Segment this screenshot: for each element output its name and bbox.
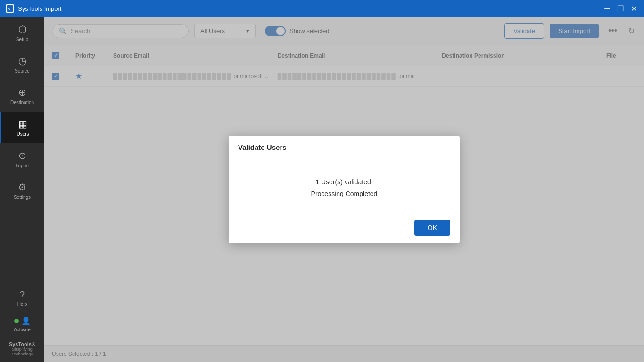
app-icon: S	[6, 4, 14, 13]
sidebar-item-activate[interactable]: 👤 Activate	[0, 312, 44, 337]
setup-icon: ⬡	[18, 24, 26, 35]
help-icon: ?	[20, 290, 25, 300]
modal-overlay: Validate Users 1 User(s) validated. Proc…	[44, 17, 644, 362]
activate-status-dot	[14, 319, 19, 323]
sidebar-item-help[interactable]: ? Help	[0, 285, 44, 312]
sidebar-label-activate: Activate	[14, 327, 31, 332]
sidebar: ⬡ Setup ◷ Source ⊕ Destination ▦ Users ⊙…	[0, 17, 44, 362]
import-icon: ⊙	[18, 150, 26, 161]
modal-title: Validate Users	[238, 143, 450, 151]
validate-users-modal: Validate Users 1 User(s) validated. Proc…	[229, 136, 460, 243]
sidebar-item-settings[interactable]: ⚙ Settings	[0, 175, 44, 206]
sidebar-item-import[interactable]: ⊙ Import	[0, 143, 44, 175]
svg-text:S: S	[8, 7, 10, 11]
brand-name: SysTools®	[2, 341, 42, 347]
close-btn[interactable]: ✕	[629, 4, 638, 13]
app-title: SysTools Import	[18, 5, 61, 12]
sidebar-label-destination: Destination	[10, 100, 34, 105]
main-content: 🔍 All Users ▾ Show selected Validate Sta…	[44, 17, 644, 362]
modal-message: 1 User(s) validated. Processing Complete…	[238, 176, 450, 200]
activate-icon: 👤	[21, 316, 31, 325]
modal-body: 1 User(s) validated. Processing Complete…	[229, 157, 460, 214]
source-icon: ◷	[18, 55, 26, 66]
sidebar-item-destination[interactable]: ⊕ Destination	[0, 80, 44, 112]
settings-icon: ⚙	[18, 181, 26, 193]
more-menu-btn[interactable]: ⋮	[589, 4, 599, 13]
restore-btn[interactable]: ❐	[616, 4, 625, 13]
brand-tagline: Simplifying Technology	[2, 347, 42, 356]
sidebar-label-source: Source	[15, 68, 30, 74]
sidebar-label-import: Import	[16, 163, 29, 168]
modal-ok-button[interactable]: OK	[414, 220, 450, 236]
sidebar-label-users: Users	[17, 132, 29, 137]
minimize-btn[interactable]: ─	[603, 4, 612, 13]
sidebar-item-users[interactable]: ▦ Users	[0, 112, 44, 143]
brand-footer: SysTools® Simplifying Technology	[0, 337, 44, 362]
sidebar-label-help: Help	[17, 302, 27, 307]
modal-line1: 1 User(s) validated.	[238, 176, 450, 188]
title-bar: S SysTools Import ⋮ ─ ❐ ✕	[0, 0, 644, 17]
users-icon: ▦	[18, 118, 27, 130]
sidebar-label-settings: Settings	[14, 195, 31, 200]
sidebar-item-setup[interactable]: ⬡ Setup	[0, 17, 44, 49]
modal-footer: OK	[229, 214, 460, 243]
sidebar-label-setup: Setup	[16, 37, 28, 42]
sidebar-item-source[interactable]: ◷ Source	[0, 49, 44, 80]
destination-icon: ⊕	[18, 87, 26, 98]
modal-header: Validate Users	[229, 136, 460, 157]
modal-line2: Processing Completed	[238, 188, 450, 200]
